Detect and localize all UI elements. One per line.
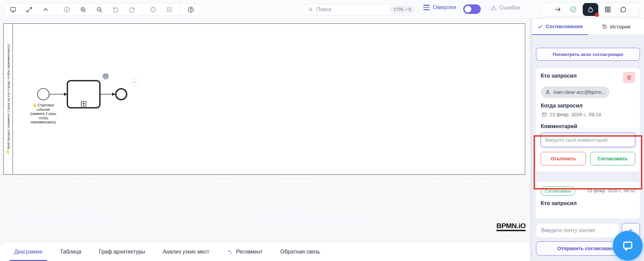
approved-status-badge: Согласовано bbox=[541, 186, 575, 196]
approve-button[interactable]: Согласовать bbox=[590, 152, 636, 165]
tab-architecture-graph[interactable]: Граф архитектуры bbox=[99, 243, 145, 261]
toolbar-divider bbox=[142, 4, 143, 15]
request-date: 23 февр. 2026 г., 09:14 bbox=[550, 112, 601, 117]
top-right-actions bbox=[541, 2, 640, 17]
zoom-out-icon[interactable] bbox=[93, 4, 105, 15]
comment-label: Комментарий bbox=[541, 123, 635, 129]
tab-regulation-label: Регламент bbox=[236, 249, 263, 255]
fit-screen-icon[interactable] bbox=[7, 4, 19, 15]
colleague-email-input[interactable] bbox=[536, 223, 619, 238]
tab-approvals[interactable]: Согласования bbox=[532, 19, 588, 35]
requester-email: ivan-clear-acc@bpmn... bbox=[554, 89, 605, 95]
share-arrow-icon[interactable] bbox=[552, 4, 564, 15]
search-bar[interactable]: CTRL + K bbox=[303, 4, 418, 15]
checklist-icon[interactable] bbox=[164, 4, 175, 15]
request-date-row: 23 февр. 2026 г., 09:14 bbox=[541, 112, 635, 117]
search-icon bbox=[308, 6, 313, 13]
collapse-toolbar-icon[interactable] bbox=[40, 4, 51, 15]
who-requested-label: Кто запросил bbox=[541, 73, 577, 79]
bpmn-io-logo: BPMN.iO bbox=[496, 222, 525, 231]
pool-label: 👆 Мой процесс (нажмите 2 раза на эту стр… bbox=[6, 44, 10, 154]
tab-diagram[interactable]: Диаграмма bbox=[14, 243, 42, 261]
errors-label: Ошибки bbox=[499, 4, 520, 11]
overlays-menu[interactable]: Оверлеи bbox=[423, 4, 456, 11]
requester-email-chip[interactable]: ivan-clear-acc@bpmn... bbox=[541, 86, 609, 98]
sidebar-body: Посмотреть всех согласующих Кто запросил… bbox=[532, 35, 644, 220]
notification-dot bbox=[595, 13, 599, 17]
active-tab-underline bbox=[9, 260, 47, 261]
help-icon[interactable] bbox=[185, 4, 196, 15]
canvas-tools-group bbox=[3, 3, 200, 16]
validation-check-icon[interactable] bbox=[567, 4, 579, 15]
search-shortcut-badge: CTRL + K bbox=[390, 5, 415, 14]
pool-label-band[interactable]: 👆 Мой процесс (нажмите 2 раза на эту стр… bbox=[4, 24, 13, 174]
start-event-label[interactable]: 👆 Стартовое событие (нажмите 2 раза, что… bbox=[20, 103, 67, 125]
tab-feedback[interactable]: Обратная связь bbox=[280, 243, 320, 261]
overlay-badge-count: 1 bbox=[105, 75, 106, 78]
approvals-sidebar: Согласования История Посмотреть всех сог… bbox=[532, 19, 644, 261]
history-icon bbox=[602, 24, 607, 29]
tab-table[interactable]: Таблица bbox=[60, 243, 81, 261]
decline-button[interactable]: Отклонить bbox=[541, 152, 586, 165]
tab-diagram-label: Диаграмма bbox=[14, 249, 42, 255]
tab-bottleneck-analysis[interactable]: Анализ узких мест bbox=[163, 243, 209, 261]
thumbs-up-icon bbox=[587, 6, 594, 13]
tab-history[interactable]: История bbox=[588, 19, 644, 35]
approval-request-card: Кто запросил ivan-clear-acc@bpmn... Когд… bbox=[536, 68, 640, 172]
fullscreen-icon[interactable] bbox=[23, 4, 35, 15]
overlays-toggle[interactable] bbox=[463, 4, 481, 14]
overlays-label: Оверлеи bbox=[433, 4, 456, 11]
toolbar-divider bbox=[56, 4, 56, 15]
top-toolbar: CTRL + K Оверлеи Ошибки bbox=[0, 0, 644, 19]
append-element-control[interactable] bbox=[131, 79, 138, 86]
calendar-icon bbox=[541, 112, 547, 117]
comments-icon[interactable] bbox=[617, 4, 629, 15]
tab-history-label: История bbox=[610, 24, 630, 30]
trash-icon bbox=[626, 75, 632, 81]
end-event[interactable] bbox=[116, 89, 127, 100]
start-event[interactable] bbox=[38, 88, 49, 100]
search-input[interactable] bbox=[316, 6, 386, 13]
toolbar-divider bbox=[180, 4, 180, 15]
redo-icon[interactable] bbox=[126, 4, 137, 15]
overlays-menu-icon bbox=[423, 5, 430, 10]
when-requested-label: Когда запросил bbox=[541, 103, 635, 109]
check-icon bbox=[537, 24, 543, 29]
view-all-approvers-button[interactable]: Посмотреть всех согласующих bbox=[536, 48, 640, 61]
widgets-grid-icon[interactable] bbox=[602, 4, 614, 15]
warning-icon bbox=[490, 4, 497, 11]
chat-bubble-icon bbox=[621, 239, 635, 253]
diagram-canvas[interactable]: 👆 Мой процесс (нажмите 2 раза на эту стр… bbox=[0, 19, 530, 243]
bpmn-diagram[interactable]: 1 bbox=[13, 23, 172, 175]
approvals-panel-button[interactable] bbox=[583, 3, 598, 16]
delete-request-button[interactable] bbox=[623, 72, 635, 83]
tab-regulation[interactable]: Регламент bbox=[227, 243, 263, 261]
toggle-knob bbox=[465, 6, 471, 13]
comment-input[interactable] bbox=[541, 133, 635, 147]
person-icon bbox=[545, 89, 551, 95]
who-requested-label: Кто запросил bbox=[541, 200, 635, 206]
approved-record-card: Согласовано 23 февр. 2026 г., 06:52 Кто … bbox=[536, 182, 640, 220]
tab-bottleneck-label: Анализ узких мест bbox=[163, 249, 209, 255]
tab-approvals-label: Согласования bbox=[546, 23, 583, 29]
tab-architecture-label: Граф архитектуры bbox=[99, 249, 145, 255]
zoom-in-icon[interactable] bbox=[77, 4, 89, 15]
sidebar-tabs: Согласования История bbox=[532, 19, 644, 35]
errors-indicator[interactable]: Ошибки bbox=[490, 4, 520, 11]
bottom-tab-bar: Диаграмма Таблица Граф архитектуры Анали… bbox=[0, 243, 530, 261]
support-chat-fab[interactable] bbox=[613, 231, 643, 261]
theme-palette-icon[interactable] bbox=[147, 4, 159, 15]
tab-table-label: Таблица bbox=[60, 249, 81, 255]
undo-icon[interactable] bbox=[110, 4, 121, 15]
approved-date: 23 февр. 2026 г., 06:52 bbox=[587, 188, 635, 193]
tab-feedback-label: Обратная связь bbox=[280, 249, 320, 255]
sparkles-icon bbox=[227, 249, 233, 255]
play-simulation-icon[interactable] bbox=[61, 4, 72, 15]
